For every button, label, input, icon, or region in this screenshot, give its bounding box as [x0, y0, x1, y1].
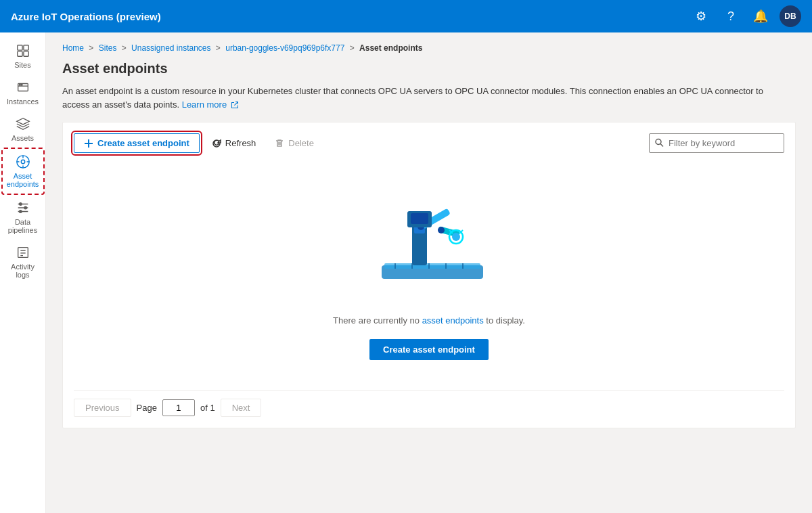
- sidebar: Sites Instances Assets: [0, 32, 46, 513]
- main-panel: Create asset endpoint Refresh Del: [62, 122, 796, 428]
- sidebar-label-asset-endpoints: Asset endpoints: [5, 172, 41, 188]
- page-description: An asset endpoint is a custom resource i…: [62, 85, 793, 111]
- breadcrumb-current: Asset endpoints: [359, 43, 422, 53]
- page-label: Page: [137, 403, 157, 413]
- search-icon: [654, 137, 664, 149]
- top-nav-icons: ⚙ ? 🔔 DB: [690, 5, 801, 27]
- sidebar-label-instances: Instances: [7, 97, 39, 106]
- svg-line-19: [660, 143, 663, 146]
- svg-rect-0: [17, 45, 22, 50]
- svg-point-7: [21, 84, 22, 85]
- filter-input[interactable]: [649, 133, 784, 153]
- empty-state: There are currently no asset endpoints t…: [74, 164, 784, 376]
- toolbar: Create asset endpoint Refresh Del: [74, 133, 784, 153]
- svg-point-6: [19, 84, 20, 85]
- sidebar-item-data-pipelines[interactable]: Data pipelines: [1, 195, 45, 240]
- empty-illustration: [361, 191, 497, 299]
- sidebar-item-sites[interactable]: Sites: [1, 38, 45, 74]
- next-button[interactable]: Next: [221, 399, 262, 417]
- svg-point-32: [438, 227, 445, 233]
- breadcrumb-unassigned-instances[interactable]: Unassigned instances: [131, 43, 210, 53]
- breadcrumb-home[interactable]: Home: [62, 43, 84, 53]
- create-asset-endpoint-button[interactable]: Create asset endpoint: [74, 133, 200, 153]
- plus-icon: [84, 139, 93, 148]
- breadcrumb-sites[interactable]: Sites: [99, 43, 117, 53]
- svg-point-18: [656, 139, 661, 144]
- svg-rect-1: [23, 45, 28, 50]
- top-navigation: Azure IoT Operations (preview) ⚙ ? 🔔 DB: [0, 0, 812, 32]
- avatar[interactable]: DB: [780, 5, 801, 27]
- create-asset-endpoint-empty-button[interactable]: Create asset endpoint: [369, 339, 489, 360]
- help-icon[interactable]: ?: [720, 5, 742, 27]
- delete-icon: [275, 139, 284, 148]
- learn-more-link[interactable]: Learn more: [182, 99, 239, 110]
- svg-point-9: [19, 203, 22, 206]
- sidebar-item-instances[interactable]: Instances: [1, 74, 45, 111]
- svg-point-8: [21, 160, 25, 164]
- page-input[interactable]: [162, 399, 195, 416]
- filter-input-wrap: [649, 133, 784, 153]
- sidebar-item-assets[interactable]: Assets: [1, 111, 45, 148]
- main-layout: Sites Instances Assets: [0, 32, 812, 513]
- sidebar-item-activity-logs[interactable]: Activity logs: [1, 240, 45, 284]
- svg-point-33: [452, 233, 460, 241]
- settings-icon[interactable]: ⚙: [690, 5, 712, 27]
- svg-point-11: [19, 210, 22, 213]
- refresh-button[interactable]: Refresh: [205, 134, 263, 152]
- page-title: Asset endpoints: [62, 61, 796, 76]
- sidebar-label-sites: Sites: [14, 61, 30, 69]
- pagination: Previous Page of 1 Next: [74, 390, 784, 417]
- svg-rect-3: [23, 51, 28, 56]
- sidebar-item-asset-endpoints[interactable]: Asset endpoints: [1, 148, 45, 195]
- empty-state-text: There are currently no asset endpoints t…: [333, 315, 525, 326]
- svg-point-10: [24, 206, 26, 209]
- sidebar-label-activity-logs: Activity logs: [4, 263, 42, 279]
- sidebar-label-assets: Assets: [12, 134, 34, 142]
- notifications-icon[interactable]: 🔔: [750, 5, 771, 27]
- refresh-icon: [212, 139, 221, 148]
- sidebar-label-data-pipelines: Data pipelines: [4, 218, 42, 234]
- svg-rect-21: [384, 263, 480, 269]
- main-content: Home > Sites > Unassigned instances > ur…: [46, 32, 812, 513]
- previous-button[interactable]: Previous: [74, 399, 131, 417]
- breadcrumb: Home > Sites > Unassigned instances > ur…: [62, 43, 796, 53]
- svg-rect-38: [411, 213, 428, 224]
- app-title: Azure IoT Operations (preview): [11, 11, 161, 22]
- breadcrumb-instance[interactable]: urban-goggles-v69pq969p6fx777: [225, 43, 344, 53]
- svg-rect-2: [17, 51, 22, 56]
- delete-button[interactable]: Delete: [268, 134, 321, 152]
- page-of-label: of 1: [200, 403, 215, 413]
